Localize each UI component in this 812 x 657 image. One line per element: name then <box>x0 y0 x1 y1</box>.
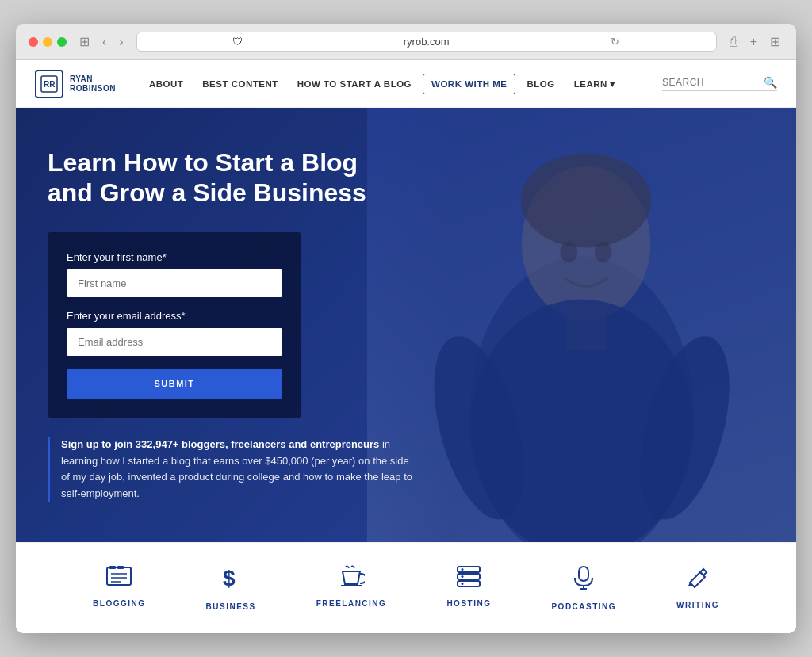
logo-svg: RR <box>40 75 58 93</box>
nav-blog[interactable]: BLOG <box>519 74 562 94</box>
nav-learn[interactable]: LEARN ▾ <box>566 74 623 94</box>
svg-point-23 <box>462 575 464 578</box>
shield-icon: 🛡 <box>147 36 329 48</box>
name-label: Enter your first name* <box>67 251 282 263</box>
logo-text: RYAN ROBINSON <box>70 74 116 94</box>
writing-icon <box>686 565 710 594</box>
search-icon[interactable]: 🔍 <box>764 76 777 89</box>
website-content: RR RYAN ROBINSON ABOUT BEST CONTENT HOW … <box>16 60 796 633</box>
new-tab-button[interactable]: + <box>747 32 760 51</box>
browser-dots <box>29 37 67 47</box>
business-label: BUSINESS <box>206 602 256 611</box>
nav-about[interactable]: ABOUT <box>141 74 191 94</box>
nav-best-content[interactable]: BEST CONTENT <box>194 74 285 94</box>
nav-search: 🔍 <box>662 76 777 91</box>
grid-button[interactable]: ⊞ <box>767 32 783 51</box>
chevron-down-icon: ▾ <box>610 78 615 90</box>
categories-section: BLOGGING $ BUSINESS <box>16 542 796 633</box>
category-freelancing[interactable]: FREELANCING <box>286 565 417 611</box>
svg-rect-13 <box>117 566 124 569</box>
navbar: RR RYAN ROBINSON ABOUT BEST CONTENT HOW … <box>16 60 796 108</box>
category-writing[interactable]: WRITING <box>646 565 749 611</box>
share-button[interactable]: ⎙ <box>726 32 741 51</box>
svg-rect-19 <box>458 567 480 572</box>
freelancing-icon <box>338 565 365 593</box>
email-label: Enter your email address* <box>67 310 282 322</box>
freelancing-label: FREELANCING <box>316 599 387 608</box>
hero-content: Learn How to Start a Blog and Grow a Sid… <box>48 147 412 502</box>
back-button[interactable]: ‹ <box>99 33 109 51</box>
svg-rect-21 <box>458 581 480 586</box>
maximize-dot[interactable] <box>57 37 67 47</box>
browser-titlebar: ⊞ ‹ › 🛡 ryrob.com ↻ ⎙ + ⊞ <box>16 24 796 60</box>
hero-form: Enter your first name* Enter your email … <box>48 232 301 418</box>
nav-how-to-start[interactable]: HOW TO START A BLOG <box>289 74 419 94</box>
category-podcasting[interactable]: PODCASTING <box>521 565 646 611</box>
svg-text:RR: RR <box>44 80 56 89</box>
hosting-label: HOSTING <box>446 599 491 608</box>
svg-text:$: $ <box>223 566 236 590</box>
category-hosting[interactable]: HOSTING <box>416 565 521 611</box>
email-input[interactable] <box>67 328 282 356</box>
category-business[interactable]: $ BUSINESS <box>176 565 286 611</box>
blogging-icon <box>106 565 132 593</box>
business-icon: $ <box>220 565 242 596</box>
svg-rect-25 <box>579 567 588 581</box>
svg-rect-12 <box>109 566 116 569</box>
browser-controls: ⊞ ‹ › <box>76 32 127 51</box>
category-blogging[interactable]: BLOGGING <box>63 565 175 611</box>
browser-actions: ⎙ + ⊞ <box>726 32 783 51</box>
browser-window: ⊞ ‹ › 🛡 ryrob.com ↻ ⎙ + ⊞ RR <box>16 24 796 633</box>
svg-point-24 <box>462 583 464 585</box>
svg-rect-20 <box>458 574 480 579</box>
podcasting-icon <box>573 565 595 596</box>
url-text: ryrob.com <box>335 36 518 48</box>
forward-button[interactable]: › <box>116 33 126 51</box>
hero-section: Learn How to Start a Blog and Grow a Sid… <box>16 108 796 542</box>
address-bar[interactable]: 🛡 ryrob.com ↻ <box>136 32 717 52</box>
hero-description-bold: Sign up to join 332,947+ bloggers, freel… <box>61 438 379 450</box>
nav-work-with-me[interactable]: WORK WITH ME <box>423 74 515 94</box>
nav-links: ABOUT BEST CONTENT HOW TO START A BLOG W… <box>141 74 662 94</box>
reload-icon[interactable]: ↻ <box>524 36 707 48</box>
minimize-dot[interactable] <box>43 37 52 47</box>
first-name-input[interactable] <box>67 269 282 297</box>
hero-title: Learn How to Start a Blog and Grow a Sid… <box>48 147 412 208</box>
podcasting-label: PODCASTING <box>551 602 616 611</box>
close-dot[interactable] <box>29 37 38 47</box>
logo-icon: RR <box>35 70 63 98</box>
site-logo[interactable]: RR RYAN ROBINSON <box>35 70 116 98</box>
hero-description: Sign up to join 332,947+ bloggers, freel… <box>48 437 412 502</box>
hosting-icon <box>455 565 482 593</box>
submit-button[interactable]: SUBMIT <box>67 369 282 399</box>
sidebar-toggle-button[interactable]: ⊞ <box>76 32 93 51</box>
search-input[interactable] <box>662 77 757 88</box>
blogging-label: BLOGGING <box>93 599 145 608</box>
writing-label: WRITING <box>676 601 719 609</box>
svg-point-22 <box>462 568 464 571</box>
